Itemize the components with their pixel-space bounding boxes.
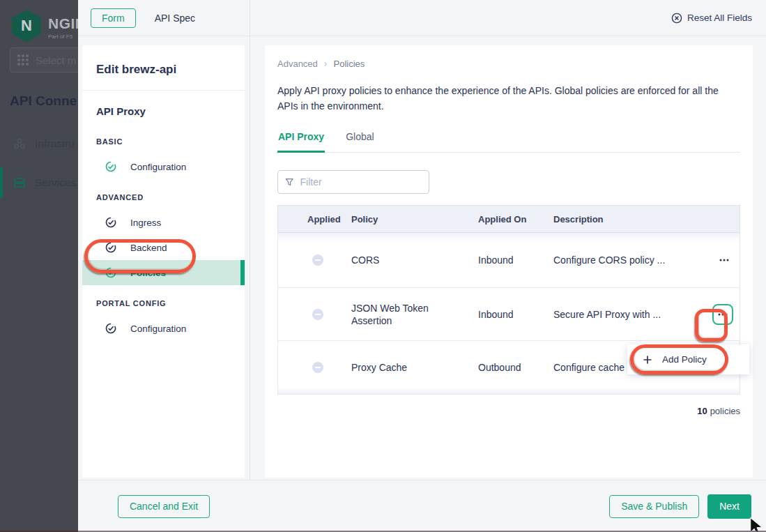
- edit-api-modal: Form API Spec Reset All Fields Edit brew…: [78, 0, 766, 532]
- reset-circle-x-icon: [671, 13, 682, 24]
- tab-form[interactable]: Form: [91, 8, 136, 28]
- policy-name: Proxy Cache: [351, 361, 478, 374]
- nginx-logo-text: NGINX: [48, 15, 78, 32]
- chevron-right-icon: ›: [324, 58, 328, 69]
- nginx-logo-subtext: Part of F5: [48, 33, 78, 40]
- col-description: Description: [553, 214, 709, 225]
- description-value: Secure API Proxy with ...: [553, 309, 709, 320]
- nav-group-advanced: ADVANCED: [82, 185, 245, 210]
- reset-all-fields-button[interactable]: Reset All Fields: [671, 13, 752, 24]
- dimmed-background: N NGINX Part of F5 Select m API Conne In…: [0, 0, 78, 532]
- cancel-and-exit-button[interactable]: Cancel and Exit: [118, 495, 210, 518]
- modal-topbar: Form API Spec Reset All Fields: [78, 0, 766, 36]
- check-circle-icon: [105, 242, 116, 253]
- app-title: API Conne: [10, 93, 77, 109]
- nav-item-configuration[interactable]: Configuration: [82, 154, 245, 179]
- nginx-logo: N NGINX Part of F5: [12, 10, 78, 42]
- applied-on-value: Inbound: [478, 309, 553, 320]
- panel-description: Apply API proxy policies to enhance the …: [277, 84, 739, 114]
- sidebar-item-services[interactable]: Services: [0, 165, 78, 201]
- nav-group-basic: BASIC: [82, 129, 245, 154]
- plus-icon: [643, 355, 652, 365]
- nav-item-label: Configuration: [130, 162, 186, 172]
- check-circle-icon: [105, 323, 116, 334]
- nav-item-label: Backend: [130, 243, 167, 253]
- nav-item-backend[interactable]: Backend: [82, 235, 245, 260]
- nav-item-label: Configuration: [130, 324, 186, 334]
- vertical-divider: [250, 0, 250, 532]
- next-button[interactable]: Next: [707, 494, 751, 519]
- edit-sidebar-card: Edit brewz-api API Proxy BASIC Configura…: [82, 45, 245, 478]
- tab-api-proxy[interactable]: API Proxy: [277, 131, 325, 153]
- table-row-jwt: JSON Web Token Assertion Inbound Secure …: [278, 288, 740, 341]
- table-row-cors: CORS Inbound Configure CORS policy ...: [278, 233, 740, 288]
- nav-section-title: API Proxy: [82, 98, 245, 123]
- nav-item-label: Ingress: [130, 218, 161, 228]
- row-menu-button-active[interactable]: [712, 304, 733, 325]
- check-circle-icon: [105, 267, 116, 278]
- nav-item-ingress[interactable]: Ingress: [82, 210, 245, 235]
- col-applied: Applied: [278, 214, 351, 225]
- policies-panel: Advanced › Policies Apply API proxy poli…: [265, 45, 753, 478]
- filter-input[interactable]: [300, 176, 422, 188]
- policies-count-label: policies: [710, 406, 740, 416]
- filter-funnel-icon: [285, 177, 293, 187]
- tab-api-spec[interactable]: API Spec: [155, 13, 195, 24]
- policies-count-value: 10: [697, 406, 707, 416]
- applied-toggle[interactable]: [312, 362, 323, 373]
- ellipsis-icon: [719, 254, 730, 266]
- row-context-menu: Add Policy: [627, 344, 749, 374]
- applied-toggle[interactable]: [312, 254, 323, 266]
- sidebar-item-infrastructure[interactable]: Infrastru: [0, 126, 78, 162]
- tab-global[interactable]: Global: [345, 131, 374, 153]
- applied-on-value: Inbound: [478, 254, 553, 266]
- policy-name: CORS: [351, 254, 478, 266]
- check-circle-icon: [105, 161, 116, 172]
- reset-all-fields-label: Reset All Fields: [687, 13, 752, 23]
- policies-count: 10policies: [277, 406, 740, 416]
- workspace-select-label: Select m: [36, 54, 76, 66]
- breadcrumb: Advanced › Policies: [277, 58, 740, 69]
- filter-field[interactable]: [277, 170, 429, 194]
- row-menu-button[interactable]: [709, 254, 740, 266]
- table-header: Applied Policy Applied On Description: [277, 205, 740, 233]
- breadcrumb-policies: Policies: [334, 59, 365, 69]
- ellipsis-icon: [717, 309, 728, 320]
- breadcrumb-advanced[interactable]: Advanced: [277, 59, 318, 69]
- sidebar-item-label: Services: [35, 176, 76, 189]
- nav-group-portal-config: PORTAL CONFIG: [82, 291, 245, 316]
- infrastructure-icon: [13, 137, 26, 151]
- nav-item-label: Policies: [130, 268, 166, 278]
- description-value: Configure CORS policy ...: [553, 254, 709, 266]
- save-and-publish-button[interactable]: Save & Publish: [609, 495, 699, 518]
- services-icon: [13, 176, 26, 190]
- applied-on-value: Outbound: [478, 362, 553, 373]
- col-applied-on: Applied On: [478, 214, 553, 225]
- policy-tabs: API Proxy Global: [277, 131, 740, 153]
- policy-name: JSON Web Token Assertion: [351, 302, 478, 327]
- sidebar-item-label: Infrastru: [35, 137, 75, 150]
- nav-item-policies[interactable]: Policies: [82, 260, 245, 285]
- nginx-hexagon-icon: N: [12, 10, 41, 42]
- nav-item-portal-configuration[interactable]: Configuration: [82, 316, 245, 341]
- applied-toggle[interactable]: [312, 309, 323, 320]
- check-circle-icon: [105, 217, 116, 228]
- step-nav: API Proxy BASIC Configuration ADVANCED I…: [82, 91, 245, 341]
- workspace-select[interactable]: Select m: [10, 47, 78, 73]
- modal-footer: Cancel and Exit Save & Publish Next: [78, 480, 766, 532]
- add-policy-menu-item[interactable]: Add Policy: [662, 354, 707, 365]
- col-policy: Policy: [351, 214, 478, 225]
- modal-title: Edit brewz-api: [82, 45, 245, 90]
- grid-icon: [17, 54, 29, 66]
